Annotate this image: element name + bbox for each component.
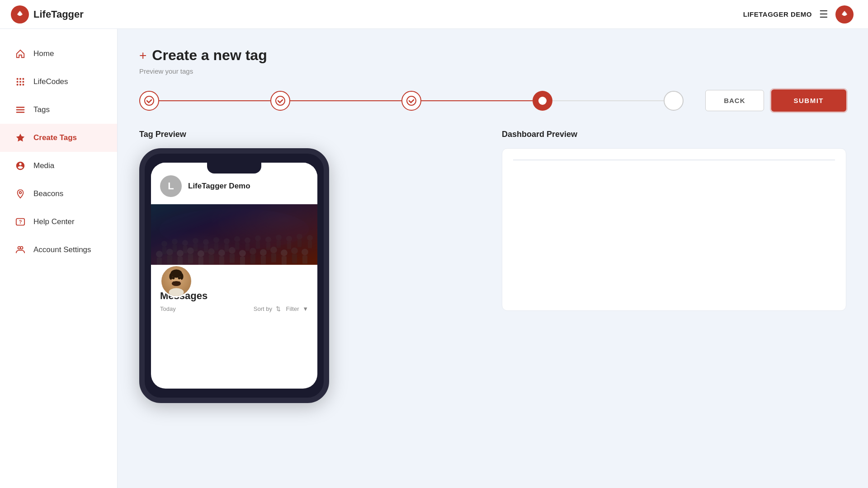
sidebar-label-lifecodes: LifeCodes: [33, 77, 68, 86]
svg-point-0: [19, 13, 21, 16]
beacons-icon: [14, 188, 26, 200]
dashboard-divider: [513, 160, 835, 160]
svg-rect-5: [17, 81, 19, 83]
sidebar-label-beacons: Beacons: [33, 189, 63, 198]
account-settings-icon: [14, 244, 26, 256]
svg-rect-7: [23, 81, 24, 83]
create-tags-icon: [14, 132, 26, 144]
svg-point-1: [843, 13, 846, 16]
step-2: [270, 91, 290, 111]
svg-point-87: [172, 277, 175, 280]
header-avatar[interactable]: [835, 5, 854, 23]
sidebar-item-media[interactable]: Media: [0, 152, 117, 180]
step-line-4: [552, 100, 664, 101]
dashboard-preview-column: Dashboard Preview: [502, 130, 846, 403]
page-title: Create a new tag: [152, 47, 267, 64]
tag-preview-label: Tag Preview: [139, 130, 484, 139]
sidebar-item-account-settings[interactable]: Account Settings: [0, 236, 117, 264]
page-header: + Create a new tag: [139, 47, 846, 64]
step-3: [401, 91, 421, 111]
media-icon: [14, 160, 26, 172]
svg-point-15: [20, 247, 23, 249]
tags-icon: [14, 104, 26, 116]
sidebar-label-create-tags: Create Tags: [33, 133, 77, 142]
svg-text:?: ?: [19, 219, 22, 225]
svg-point-17: [276, 96, 285, 105]
sidebar-item-create-tags[interactable]: Create Tags: [0, 124, 117, 152]
plus-icon: +: [139, 49, 146, 62]
header: LifeTagger LIFETAGGER DEMO ☰: [0, 0, 868, 29]
svg-rect-9: [19, 84, 21, 86]
header-username: LIFETAGGER DEMO: [743, 10, 812, 18]
step-4: [533, 91, 552, 111]
page-subtitle: Preview your tags: [139, 67, 846, 75]
content-area: + Create a new tag Preview your tags: [118, 29, 868, 488]
sidebar-label-media: Media: [33, 161, 54, 170]
svg-rect-10: [23, 84, 24, 86]
help-icon: ?: [14, 216, 26, 228]
sidebar-item-beacons[interactable]: Beacons: [0, 180, 117, 208]
svg-rect-8: [17, 84, 19, 86]
home-icon: [14, 48, 26, 60]
phone-notch: [207, 163, 261, 174]
svg-point-85: [180, 273, 183, 280]
step-line-2: [290, 100, 401, 101]
lifecodes-icon: [14, 76, 26, 88]
step-5: [664, 91, 684, 111]
submit-button[interactable]: SUBMIT: [771, 89, 847, 112]
svg-rect-3: [19, 78, 21, 80]
logo-icon: [11, 5, 29, 23]
main-layout: Home LifeCodes: [0, 29, 868, 488]
svg-rect-4: [23, 78, 24, 80]
svg-point-88: [178, 277, 181, 280]
dashboard-preview-label: Dashboard Preview: [502, 130, 846, 139]
phone-profile-area: [151, 265, 317, 285]
sidebar-label-help-center: Help Center: [33, 217, 75, 226]
step-1: [139, 91, 159, 111]
phone-filter-label: Filter ▼: [286, 305, 308, 312]
preview-columns: Tag Preview L LifeTagger Demo: [139, 130, 846, 403]
svg-point-16: [145, 96, 154, 105]
logo: LifeTagger: [11, 5, 84, 23]
phone-today-label: Today: [160, 305, 176, 312]
logo-text: LifeTagger: [33, 9, 84, 20]
svg-marker-11: [16, 134, 24, 141]
phone-username: LifeTagger Demo: [188, 182, 250, 191]
phone-messages-bar: Today Sort by ⇅ Filter ▼: [160, 305, 308, 312]
sidebar-item-lifecodes[interactable]: LifeCodes: [0, 68, 117, 96]
svg-point-84: [169, 273, 172, 280]
steps-actions-row: BACK SUBMIT: [139, 89, 846, 112]
header-right: LIFETAGGER DEMO ☰: [743, 5, 854, 23]
sidebar-label-home: Home: [33, 49, 54, 58]
phone-mockup: L LifeTagger Demo: [139, 148, 329, 403]
sidebar-label-tags: Tags: [33, 105, 50, 114]
phone-screen: L LifeTagger Demo: [151, 163, 317, 389]
step-line-3: [421, 100, 533, 101]
actions-section: BACK SUBMIT: [705, 89, 846, 112]
tag-preview-column: Tag Preview L LifeTagger Demo: [139, 130, 484, 403]
svg-rect-6: [19, 81, 21, 83]
sidebar: Home LifeCodes: [0, 29, 118, 488]
sidebar-item-help-center[interactable]: ? Help Center: [0, 208, 117, 236]
dashboard-preview-box: [502, 148, 846, 311]
steps-progress: [139, 91, 684, 111]
svg-point-18: [407, 96, 416, 105]
step-line-1: [159, 100, 270, 101]
sidebar-item-home[interactable]: Home: [0, 40, 117, 68]
svg-rect-2: [17, 78, 19, 80]
phone-user-initial: L: [168, 180, 174, 192]
menu-icon[interactable]: ☰: [819, 9, 828, 20]
phone-profile-pic: [160, 265, 193, 297]
phone-avatar: L: [160, 175, 182, 197]
sidebar-item-tags[interactable]: Tags: [0, 96, 117, 124]
back-button[interactable]: BACK: [705, 90, 764, 111]
phone-sort-label: Sort by ⇅: [254, 305, 281, 312]
sidebar-label-account-settings: Account Settings: [33, 245, 91, 254]
